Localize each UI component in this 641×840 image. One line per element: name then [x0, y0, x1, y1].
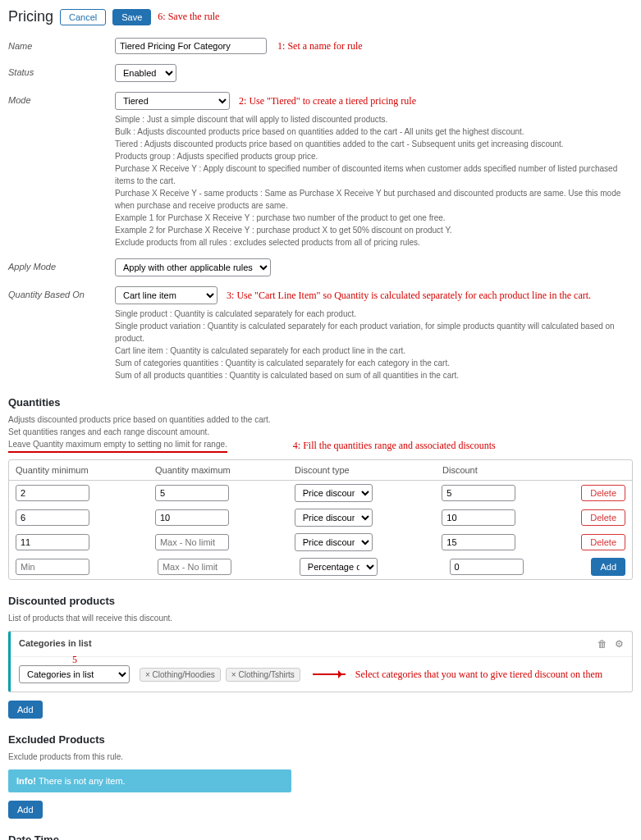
add-excluded-button[interactable]: Add: [8, 801, 43, 819]
quantities-desc: Adjusts discounted products price based …: [8, 413, 633, 453]
disc-input[interactable]: [442, 509, 515, 526]
category-mode-select[interactable]: Categories in list: [19, 665, 130, 683]
qmin-input[interactable]: [16, 509, 89, 526]
col-disc: Discount: [442, 465, 582, 475]
disc-input[interactable]: [442, 485, 515, 501]
condition-title: Categories in list: [19, 638, 92, 650]
datetime-section: Date Time: [8, 833, 633, 840]
col-qmax: Quantity maximum: [155, 465, 295, 475]
save-button[interactable]: Save: [112, 9, 151, 25]
delete-button[interactable]: Delete: [581, 534, 625, 550]
status-label: Status: [8, 64, 115, 77]
dtype-select[interactable]: Price discount: [295, 533, 373, 551]
annotation-3: 3: Use "Cart Line Item" so Quantity is c…: [227, 290, 591, 301]
gear-icon[interactable]: ⚙: [615, 638, 624, 650]
applymode-label: Apply Mode: [8, 258, 115, 272]
disc-input[interactable]: [450, 559, 524, 575]
table-row: Percentage discount Add: [9, 555, 632, 579]
annotation-6: 6: Save the rule: [158, 11, 219, 23]
dtype-select[interactable]: Percentage discount: [300, 558, 378, 576]
dtype-select[interactable]: Price discount: [295, 484, 373, 502]
name-input[interactable]: [115, 38, 267, 54]
qmax-input[interactable]: [155, 485, 229, 501]
add-discounted-button[interactable]: Add: [8, 701, 43, 719]
disc-input[interactable]: [442, 534, 515, 550]
info-no-item: Info! There is not any item.: [8, 769, 291, 792]
qtybased-label: Quantity Based On: [8, 286, 115, 299]
qtybased-select[interactable]: Cart line item: [115, 286, 217, 304]
discounted-desc: List of products that will receive this …: [8, 612, 633, 624]
excluded-section: Excluded Products: [8, 733, 633, 746]
qmin-input[interactable]: [16, 534, 89, 550]
delete-button[interactable]: Delete: [581, 485, 625, 501]
quantities-section: Quantities: [8, 396, 633, 409]
category-tag[interactable]: × Clothing/Hoodies: [140, 668, 221, 682]
qmax-input[interactable]: [155, 534, 229, 550]
mode-select[interactable]: Tiered: [115, 92, 230, 110]
qmax-input[interactable]: [158, 559, 231, 575]
table-row: Price discount Delete: [9, 481, 632, 505]
annotation-1: 1: Set a name for rule: [277, 40, 363, 52]
trash-icon[interactable]: 🗑: [598, 638, 607, 650]
annotation-5: 5: [72, 654, 77, 666]
qmin-input[interactable]: [16, 559, 89, 575]
dtype-select[interactable]: Price discount: [295, 509, 373, 527]
categories-condition: Categories in list 🗑 ⚙ 5 Categories in l…: [8, 631, 633, 692]
page-title: Pricing: [8, 8, 53, 25]
arrow-icon: [313, 673, 346, 675]
annotation-4: 4: Fill the quantities range and associa…: [293, 438, 496, 453]
annotation-5b: Select categories that you want to give …: [355, 669, 602, 681]
status-select[interactable]: Enabled: [115, 64, 176, 82]
add-row-button[interactable]: Add: [591, 558, 625, 576]
col-qmin: Quantity minimum: [16, 465, 155, 475]
applymode-select[interactable]: Apply with other applicable rules: [115, 258, 271, 276]
table-row: Price discount Delete: [9, 530, 632, 555]
excluded-desc: Exclude products from this rule.: [8, 751, 633, 763]
col-dtype: Discount type: [295, 465, 442, 475]
mode-label: Mode: [8, 92, 115, 105]
delete-button[interactable]: Delete: [581, 509, 625, 526]
annotation-2: 2: Use "Tiered" to create a tiered prici…: [239, 95, 416, 107]
mode-help: Simple : Just a simple discount that wil…: [115, 113, 633, 249]
qty-help: Single product : Quantity is calculated …: [115, 308, 633, 381]
quantities-table: Quantity minimum Quantity maximum Discou…: [8, 459, 633, 580]
qmin-input[interactable]: [16, 485, 89, 501]
name-label: Name: [8, 38, 115, 51]
category-tag[interactable]: × Clothing/Tshirts: [226, 668, 300, 682]
cancel-button[interactable]: Cancel: [60, 9, 106, 25]
qmax-input[interactable]: [155, 509, 229, 526]
table-row: Price discount Delete: [9, 505, 632, 530]
discounted-section: Discounted products: [8, 595, 633, 607]
